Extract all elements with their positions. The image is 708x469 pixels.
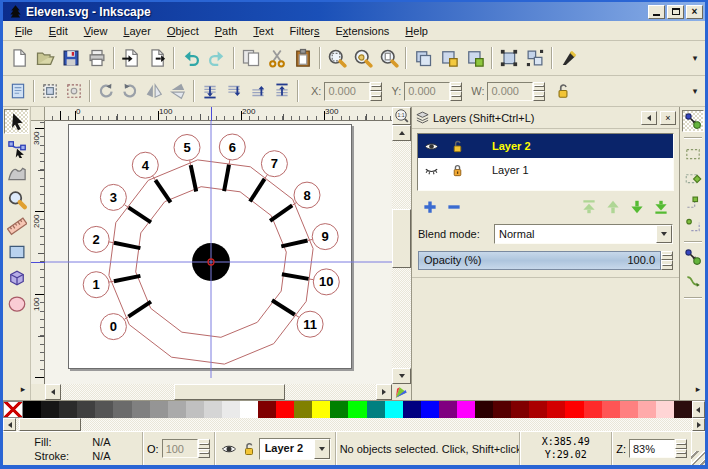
- menu-file[interactable]: File: [7, 23, 41, 39]
- flip-horizontal-button[interactable]: [142, 79, 166, 103]
- swatch-800000[interactable]: [258, 401, 276, 418]
- remove-layer-button[interactable]: [442, 196, 466, 218]
- swatch-ff8080[interactable]: [620, 401, 638, 418]
- snap-bounding-box-button[interactable]: [682, 142, 704, 164]
- scroll-down-button[interactable]: [392, 368, 411, 384]
- lock-dimensions-button[interactable]: [551, 79, 575, 103]
- menu-object[interactable]: Object: [159, 23, 207, 39]
- canvas-viewport[interactable]: 01234567891011: [45, 121, 392, 384]
- zoom-drawing-button[interactable]: [350, 45, 376, 71]
- export-button[interactable]: [144, 45, 170, 71]
- lower-button[interactable]: [222, 79, 246, 103]
- swatch-ff2a2a[interactable]: [584, 401, 602, 418]
- menu-text[interactable]: Text: [245, 23, 281, 39]
- rotate-ccw-button[interactable]: [94, 79, 118, 103]
- zoom-1-1-button[interactable]: 1:1: [392, 107, 411, 125]
- fill-stroke-button[interactable]: [556, 45, 582, 71]
- cut-button[interactable]: [264, 45, 290, 71]
- menu-edit[interactable]: Edit: [41, 23, 76, 39]
- group-button[interactable]: [496, 45, 522, 71]
- raise-layer-to-top-button[interactable]: [577, 196, 601, 218]
- menu-layer[interactable]: Layer: [115, 23, 159, 39]
- object-opacity-spinner[interactable]: [198, 439, 210, 458]
- swatch-008080[interactable]: [367, 401, 385, 418]
- swatch-404040[interactable]: [77, 401, 95, 418]
- maximize-button[interactable]: [667, 5, 684, 19]
- minimize-button[interactable]: [648, 5, 665, 19]
- layer-lock-toggle[interactable]: [239, 441, 259, 457]
- swatch-ffd5d5[interactable]: [656, 401, 674, 418]
- opacity-spinner[interactable]: [661, 251, 673, 270]
- swatch-aa0000[interactable]: [529, 401, 547, 418]
- blend-mode-select[interactable]: Normal: [494, 224, 673, 244]
- tool-tweak[interactable]: [4, 161, 29, 186]
- swatch-808080[interactable]: [132, 401, 150, 418]
- raise-layer-button[interactable]: [601, 196, 625, 218]
- swatch-000000[interactable]: [23, 401, 41, 418]
- layer-visibility-toggle[interactable]: [418, 163, 444, 178]
- create-clone-button[interactable]: [436, 45, 462, 71]
- zoom-spinner[interactable]: [675, 439, 687, 458]
- field-spinner[interactable]: [370, 82, 382, 101]
- toolbar-overflow-button[interactable]: ▾: [688, 86, 702, 96]
- horizontal-scroll-track[interactable]: [61, 384, 376, 400]
- toolbar-overflow-button[interactable]: ▾: [688, 53, 702, 63]
- palette-scroll-right-button[interactable]: [692, 418, 705, 431]
- horizontal-scroll-thumb[interactable]: [174, 384, 284, 400]
- raise-button[interactable]: [246, 79, 270, 103]
- duplicate-button[interactable]: [410, 45, 436, 71]
- tool-zoom[interactable]: [4, 187, 29, 212]
- swatch-0000ff[interactable]: [421, 401, 439, 418]
- swatch-008000[interactable]: [330, 401, 348, 418]
- undo-button[interactable]: [178, 45, 204, 71]
- swatch-2b2b2b[interactable]: [59, 401, 77, 418]
- fill-stroke-indicator[interactable]: Fill: N/A Stroke: N/A: [3, 432, 143, 465]
- opacity-slider[interactable]: Opacity (%) 100.0: [418, 251, 661, 270]
- swatch-ff5555[interactable]: [602, 401, 620, 418]
- print-button[interactable]: [84, 45, 110, 71]
- swatch-ff0000[interactable]: [565, 401, 583, 418]
- swatch-555555[interactable]: [95, 401, 113, 418]
- swatch-800080[interactable]: [439, 401, 457, 418]
- paste-button[interactable]: [290, 45, 316, 71]
- menu-help[interactable]: Help: [397, 23, 436, 39]
- vertical-scroll-thumb[interactable]: [392, 209, 411, 268]
- swatch-eaeaea[interactable]: [222, 401, 240, 418]
- menu-view[interactable]: View: [76, 23, 116, 39]
- swatch-959595[interactable]: [150, 401, 168, 418]
- toolbox-overflow-button[interactable]: ▸: [16, 384, 30, 394]
- tool-ellipse[interactable]: [4, 291, 29, 316]
- snap-nodes-button[interactable]: [682, 246, 704, 268]
- swatch-000080[interactable]: [403, 401, 421, 418]
- zoom-field[interactable]: [629, 439, 675, 458]
- swatch-800000[interactable]: [511, 401, 529, 418]
- import-button[interactable]: [118, 45, 144, 71]
- blend-dropdown-button[interactable]: [656, 225, 672, 243]
- panel-close-button[interactable]: ×: [660, 111, 676, 125]
- zoom-selection-button[interactable]: [324, 45, 350, 71]
- swatch-6b6b6b[interactable]: [113, 401, 131, 418]
- flip-vertical-button[interactable]: [166, 79, 190, 103]
- lower-layer-button[interactable]: [625, 196, 649, 218]
- lower-to-bottom-button[interactable]: [198, 79, 222, 103]
- window-resize-grip[interactable]: [691, 451, 705, 465]
- palette-scroll-thumb[interactable]: [19, 418, 81, 431]
- field-spinner[interactable]: [533, 82, 545, 101]
- raise-to-top-button[interactable]: [270, 79, 294, 103]
- tool-node-editor[interactable]: [4, 135, 29, 160]
- snap-bbox-edges-button[interactable]: [682, 166, 704, 188]
- swatch-808000[interactable]: [294, 401, 312, 418]
- menu-filters[interactable]: Filters: [282, 23, 328, 39]
- palette-scroll-track[interactable]: [16, 418, 692, 431]
- palette-config-button[interactable]: [692, 401, 705, 418]
- menu-path[interactable]: Path: [207, 23, 246, 39]
- swatch-161616[interactable]: [41, 401, 59, 418]
- new-button[interactable]: [6, 45, 32, 71]
- layer-visibility-toggle[interactable]: [219, 441, 239, 457]
- swatch-00ffff[interactable]: [385, 401, 403, 418]
- swatch-ffaaaa[interactable]: [638, 401, 656, 418]
- layer-row-layer-2[interactable]: Layer 2: [418, 134, 673, 158]
- redo-button[interactable]: [204, 45, 230, 71]
- snap-paths-button[interactable]: [682, 270, 704, 292]
- save-button[interactable]: [58, 45, 84, 71]
